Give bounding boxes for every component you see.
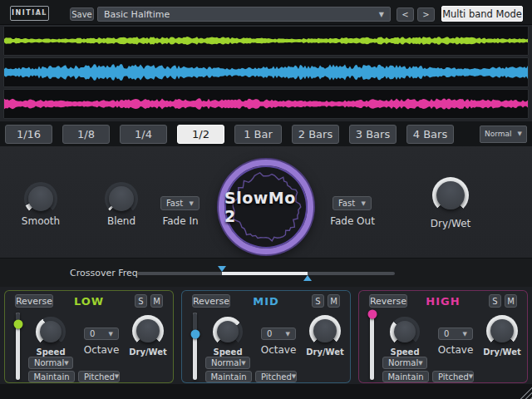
high-dry-wet-label: Dry/Wet: [476, 347, 528, 357]
division-button-1-16[interactable]: 1/16: [5, 125, 52, 144]
fade-out-select[interactable]: Fast ▼: [332, 196, 372, 210]
mid-speed-knob[interactable]: [213, 317, 243, 347]
high-mode-select[interactable]: Normal ▼: [382, 357, 427, 369]
mid-level-slider[interactable]: [190, 313, 200, 380]
slowmo2-plugin-window: INITIAL AUDIO Save Basic Halftime ▼ < > …: [0, 0, 532, 399]
blend-knob[interactable]: [105, 182, 138, 215]
division-button-4-bars[interactable]: 4 Bars: [406, 125, 454, 144]
bands-section: Reverse LOW S M Speed 0 ▼ Octave Dry/Wet…: [0, 287, 532, 384]
mid-band-title: MID: [182, 295, 350, 308]
chevron-down-icon: ▼: [292, 373, 296, 380]
band-panel-low: Reverse LOW S M Speed 0 ▼ Octave Dry/Wet…: [4, 290, 174, 383]
low-octave-select[interactable]: 0 ▼: [84, 328, 119, 340]
smooth-label: Smooth: [7, 215, 74, 227]
low-pitch-mode-select[interactable]: Pitched ▼: [78, 371, 120, 382]
chevron-down-icon: ▼: [418, 360, 422, 367]
playback-mode-select[interactable]: Normal ▼: [480, 126, 527, 143]
preset-select[interactable]: Basic Halftime ▼: [97, 7, 391, 22]
low-dry-wet-label: Dry/Wet: [122, 347, 174, 357]
chevron-down-icon: ▼: [379, 11, 384, 18]
chevron-down-icon: ▼: [518, 131, 522, 137]
chevron-down-icon: ▼: [109, 331, 113, 337]
preset-name: Basic Halftime: [104, 9, 170, 20]
low-mute-button[interactable]: M: [150, 294, 163, 308]
crossover-section: Crossover Freq: [0, 258, 532, 287]
crossover-handle-mid-high[interactable]: [303, 275, 312, 281]
logo-sub-text: AUDIO: [32, 7, 47, 20]
division-button-1-bar[interactable]: 1 Bar: [234, 125, 282, 144]
waveform-display-mid: [3, 57, 529, 87]
mid-dry-wet-label: Dry/Wet: [299, 347, 351, 357]
time-division-row: 1/16 1/8 1/4 1/2 1 Bar 2 Bars 3 Bars 4 B…: [0, 121, 532, 146]
smooth-knob[interactable]: [24, 182, 57, 215]
initial-audio-logo: INITIAL AUDIO: [10, 6, 49, 21]
plugin-name: SlowMo 2: [224, 165, 308, 249]
fade-out-label: Fade Out: [326, 215, 379, 227]
mid-solo-button[interactable]: S: [312, 294, 324, 308]
crossover-handle-low-mid[interactable]: [218, 266, 226, 272]
low-solo-button[interactable]: S: [135, 294, 147, 308]
fade-in-label: Fade In: [155, 215, 206, 227]
waveform-display-high: [3, 89, 529, 119]
band-panel-high: Reverse HIGH S M Speed 0 ▼ Octave Dry/We…: [358, 290, 528, 383]
chevron-down-icon: ▼: [469, 373, 473, 380]
waveform-high-graphic: [4, 90, 528, 118]
chevron-down-icon: ▼: [241, 360, 245, 367]
mid-mode-select[interactable]: Normal ▼: [205, 357, 250, 369]
chevron-down-icon: ▼: [115, 373, 119, 380]
resize-grip[interactable]: [519, 386, 532, 399]
waveform-low-graphic: [4, 27, 528, 55]
mid-pitch-mode-select[interactable]: Pitched ▼: [255, 371, 297, 382]
low-maintain-button[interactable]: Maintain: [28, 371, 75, 382]
preset-next-button[interactable]: >: [417, 7, 435, 22]
mid-octave-select[interactable]: 0 ▼: [261, 328, 296, 340]
high-slider-handle[interactable]: [367, 309, 377, 318]
fade-in-select[interactable]: Fast ▼: [160, 196, 200, 210]
dry-wet-knob[interactable]: [432, 177, 469, 214]
mid-mute-button[interactable]: M: [328, 294, 340, 308]
mid-maintain-button[interactable]: Maintain: [205, 371, 252, 382]
blend-label: Blend: [88, 215, 155, 227]
crossover-range-fill: [222, 272, 307, 275]
mid-dry-wet-knob[interactable]: [309, 315, 341, 347]
waveform-display-low: [3, 26, 529, 56]
mid-slider-handle[interactable]: [190, 329, 200, 338]
division-button-1-4[interactable]: 1/4: [120, 125, 167, 144]
high-dry-wet-knob[interactable]: [486, 315, 518, 347]
crossover-freq-label: Crossover Freq: [70, 268, 138, 278]
high-band-title: HIGH: [359, 295, 527, 308]
preset-prev-button[interactable]: <: [397, 7, 414, 22]
slowmo2-logo-badge: SlowMo 2: [219, 160, 313, 254]
chevron-down-icon: ▼: [286, 331, 290, 337]
chevron-down-icon: ▼: [190, 200, 194, 207]
high-mute-button[interactable]: M: [505, 294, 517, 308]
dry-wet-label: Dry/Wet: [420, 218, 481, 229]
low-level-slider[interactable]: [12, 313, 23, 380]
chevron-down-icon: ▼: [362, 200, 366, 207]
division-button-1-8[interactable]: 1/8: [62, 125, 110, 144]
low-band-title: LOW: [5, 295, 173, 308]
high-level-slider[interactable]: [367, 313, 377, 380]
high-octave-select[interactable]: 0 ▼: [438, 328, 473, 340]
low-speed-knob[interactable]: [36, 317, 66, 347]
low-dry-wet-knob[interactable]: [132, 315, 164, 347]
division-button-3-bars[interactable]: 3 Bars: [349, 125, 397, 144]
low-mode-select[interactable]: Normal ▼: [28, 357, 73, 369]
division-button-1-2[interactable]: 1/2: [177, 125, 224, 144]
high-solo-button[interactable]: S: [489, 294, 501, 308]
high-maintain-button[interactable]: Maintain: [382, 371, 429, 382]
bottom-bar: [0, 384, 532, 399]
band-panel-mid: Reverse MID S M Speed 0 ▼ Octave Dry/Wet…: [181, 290, 351, 383]
multi-band-mode-button[interactable]: Multi band Mode: [441, 6, 523, 22]
chevron-down-icon: ▼: [64, 360, 68, 367]
high-pitch-mode-select[interactable]: Pitched ▼: [432, 371, 474, 382]
chevron-down-icon: ▼: [463, 331, 467, 337]
crossover-freq-slider[interactable]: [137, 272, 395, 275]
high-speed-knob[interactable]: [390, 317, 420, 347]
division-button-2-bars[interactable]: 2 Bars: [292, 125, 339, 144]
save-button[interactable]: Save: [70, 7, 94, 21]
waveform-mid-graphic: [4, 58, 528, 86]
top-bar: INITIAL AUDIO Save Basic Halftime ▼ < > …: [0, 0, 532, 25]
low-slider-handle[interactable]: [13, 319, 22, 328]
